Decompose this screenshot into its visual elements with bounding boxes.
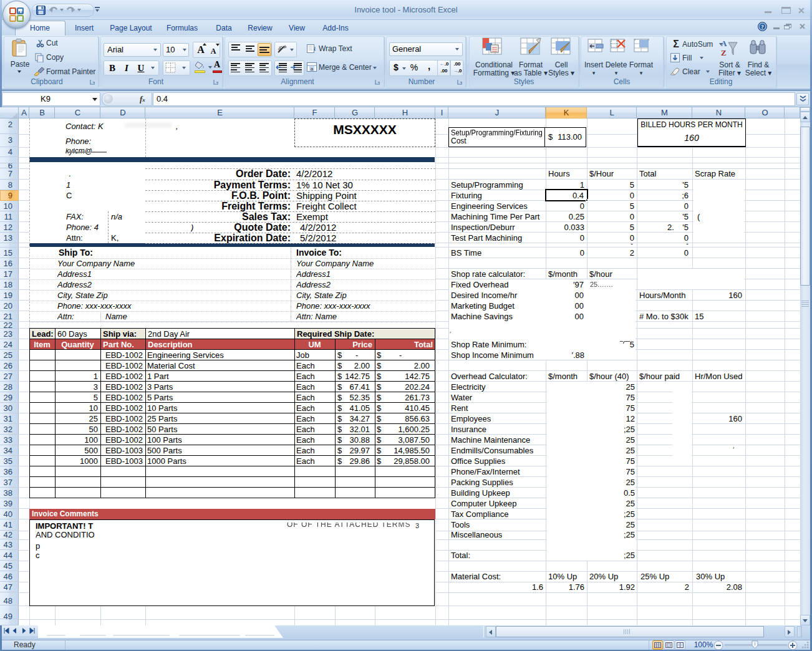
svg-text:Z: Z [721,48,727,57]
svg-text:a: a [311,66,314,72]
svg-text:A: A [721,39,727,48]
svg-text:?: ? [761,24,764,30]
svg-text:ab: ab [277,44,284,52]
